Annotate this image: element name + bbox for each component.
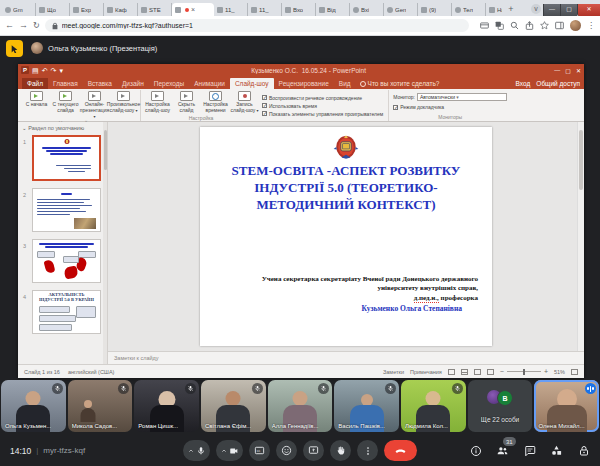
browser-tab[interactable]: Gm xyxy=(2,3,36,16)
play-narrations-checkbox[interactable]: Воспроизвести речевое сопровождение xyxy=(262,95,383,101)
activities-button[interactable] xyxy=(550,444,563,457)
custom-slideshow-button[interactable]: Произвольное слайд-шоу xyxy=(109,90,138,119)
comments-toggle[interactable]: Примечания xyxy=(410,369,442,375)
current-slide[interactable]: STEM-ОСВІТА -АСПЕКТ РОЗВИТКУ ІНДУСТРІЇ 5… xyxy=(200,127,492,346)
browser-tab[interactable]: Gen xyxy=(384,3,418,16)
participant-tile[interactable]: Василь Пашків... xyxy=(334,380,399,432)
mic-button[interactable] xyxy=(183,440,210,461)
panel-scrollbar[interactable] xyxy=(103,122,107,364)
sidepanel-icon[interactable] xyxy=(555,21,564,30)
tab-review[interactable]: Рецензирование xyxy=(274,78,334,89)
close-button[interactable] xyxy=(577,4,600,16)
fit-slide-icon[interactable] xyxy=(571,369,578,375)
browser-tab[interactable]: Тел xyxy=(452,3,486,16)
tab-slideshow[interactable]: Слайд-шоу xyxy=(230,78,274,89)
present-online-button[interactable]: Онлайн-презентация xyxy=(80,90,109,119)
slide-thumbnail-1[interactable] xyxy=(32,135,101,181)
browser-tab[interactable] xyxy=(172,3,214,16)
reload-button[interactable]: ↻ xyxy=(33,22,40,30)
presenter-view-checkbox[interactable]: Режим докладчика xyxy=(393,104,507,110)
qat-dropdown-icon[interactable]: ▾ xyxy=(59,67,63,74)
browser-tab[interactable]: Каф xyxy=(104,3,138,16)
slideshow-view-icon[interactable] xyxy=(487,369,494,375)
share-button[interactable]: Общий доступ xyxy=(536,80,580,87)
tab-design[interactable]: Дизайн xyxy=(117,78,149,89)
browser-tab[interactable]: 11_ xyxy=(214,3,248,16)
use-timings-checkbox[interactable]: Использовать время xyxy=(262,103,383,109)
rehearse-timings-button[interactable]: Настройка времени xyxy=(201,90,230,114)
raise-hand-button[interactable] xyxy=(330,440,351,461)
presenting-icon[interactable] xyxy=(6,40,23,57)
participant-tile[interactable]: Роман Цишк... xyxy=(134,380,199,432)
participant-tile[interactable]: B Ще 22 особи xyxy=(468,380,533,432)
ppt-close-button[interactable] xyxy=(576,67,581,74)
from-current-slide-button[interactable]: С текущего слайда xyxy=(51,90,80,119)
browser-tab[interactable]: Вхо xyxy=(282,3,316,16)
ppt-minimize-button[interactable] xyxy=(554,67,560,74)
record-slideshow-button[interactable]: Запись слайд-шоу xyxy=(230,90,259,114)
more-options-button[interactable] xyxy=(357,440,378,461)
hide-slide-button[interactable]: Скрыть слайд xyxy=(172,90,201,114)
captions-button[interactable]: cc xyxy=(249,440,270,461)
participant-tile[interactable]: Олена Михайл... xyxy=(534,380,599,432)
meeting-details-button[interactable] xyxy=(469,444,482,457)
notes-toggle[interactable]: Заметки xyxy=(383,369,404,375)
slide-sorter-icon[interactable] xyxy=(461,369,468,375)
tab-view[interactable]: Вид xyxy=(334,78,356,89)
canvas-scrollbar[interactable] xyxy=(577,122,584,351)
participant-tile[interactable]: Людмила Кол... xyxy=(401,380,466,432)
redo-icon[interactable]: ↷ xyxy=(51,67,57,74)
presenter-chip[interactable]: Ольга Кузьменко (Презентація) xyxy=(31,42,157,54)
save-icon[interactable]: ▤ xyxy=(32,67,39,74)
chat-button[interactable] xyxy=(523,444,536,457)
sign-in-button[interactable]: Вход xyxy=(516,80,531,87)
tab-search-button[interactable] xyxy=(531,4,541,14)
tab-insert[interactable]: Вставка xyxy=(83,78,117,89)
from-beginning-button[interactable]: С начала xyxy=(22,90,51,119)
browser-tab[interactable]: Вхі xyxy=(350,3,384,16)
share-icon[interactable] xyxy=(525,21,534,30)
translate-icon[interactable] xyxy=(495,21,504,30)
browser-tab[interactable]: Що xyxy=(36,3,70,16)
participant-tile[interactable]: Алла Геннадіїв... xyxy=(268,380,333,432)
monitor-dropdown[interactable]: Автоматически xyxy=(417,93,507,101)
slide-thumbnail-3[interactable] xyxy=(32,239,101,283)
browser-tab[interactable]: Нас xyxy=(486,3,502,16)
profile-avatar[interactable] xyxy=(570,20,581,31)
undo-icon[interactable]: ↶ xyxy=(42,67,48,74)
browser-tab[interactable]: STE xyxy=(138,3,172,16)
leave-call-button[interactable] xyxy=(384,440,417,461)
tab-home[interactable]: Главная xyxy=(48,78,83,89)
browser-tab[interactable]: Exp xyxy=(70,3,104,16)
language-indicator[interactable]: английский (США) xyxy=(68,369,115,375)
new-tab-button[interactable]: + xyxy=(505,3,517,15)
zoom-out-icon[interactable]: − xyxy=(500,368,504,375)
camera-button[interactable] xyxy=(216,440,243,461)
browser-tab[interactable]: Від xyxy=(316,3,350,16)
show-media-controls-checkbox[interactable]: Показать элементы управления проигрывате… xyxy=(262,111,383,117)
normal-view-icon[interactable] xyxy=(448,369,455,375)
card-icon[interactable] xyxy=(480,21,489,30)
tab-transitions[interactable]: Переходы xyxy=(149,78,190,89)
reading-view-icon[interactable] xyxy=(474,369,481,375)
tab-animations[interactable]: Анимации xyxy=(189,78,230,89)
host-controls-button[interactable] xyxy=(577,444,590,457)
browser-menu-icon[interactable] xyxy=(587,22,595,30)
maximize-button[interactable] xyxy=(560,4,577,16)
tab-file[interactable]: Файл xyxy=(22,78,48,89)
zoom-icon[interactable] xyxy=(510,21,519,30)
minimize-button[interactable] xyxy=(543,4,560,16)
present-screen-button[interactable] xyxy=(303,440,324,461)
participant-tile[interactable]: Микола Садов... xyxy=(68,380,133,432)
browser-tab[interactable]: (9) xyxy=(418,3,452,16)
tab-close-icon[interactable] xyxy=(191,6,195,13)
reactions-button[interactable] xyxy=(276,440,297,461)
participant-tile[interactable]: Світлана Єфім... xyxy=(201,380,266,432)
section-header[interactable]: Раздел по умолчанию xyxy=(18,124,107,132)
zoom-slider[interactable]: − + xyxy=(500,368,548,375)
zoom-in-icon[interactable]: + xyxy=(544,368,548,375)
setup-slideshow-button[interactable]: Настройка слайд-шоу xyxy=(143,90,172,114)
notes-pane[interactable]: Заметки к слайду xyxy=(108,351,584,364)
address-bar[interactable]: meet.google.com/myr-tfzs-kqf?authuser=1 xyxy=(45,19,469,32)
slide-thumbnail-4[interactable]: АКТУАЛЬНІСТЬ ІНДУСТРІЇ 5.0 В УКРАЇНІ xyxy=(32,290,101,334)
